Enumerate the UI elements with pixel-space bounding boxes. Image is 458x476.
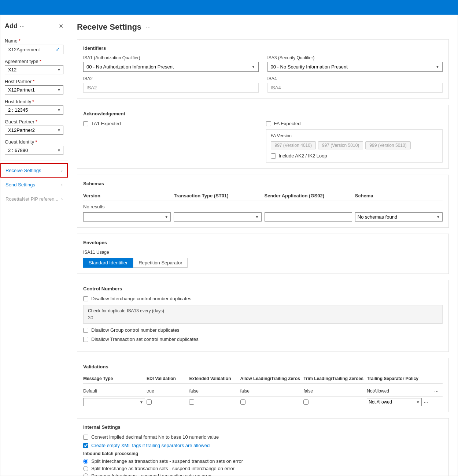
- val-input-row: ▼ Not Allowed ▼ ···: [83, 398, 443, 406]
- val-policy-cell: Not Allowed ▼ ···: [367, 398, 429, 406]
- val-trim-checkbox[interactable]: [303, 399, 309, 405]
- fa-checkbox[interactable]: [266, 121, 271, 126]
- ack-grid: TA1 Expected FA Expected FA Version 997 …: [83, 121, 443, 163]
- internal-cb1-label: Convert implied decimal format Nn to bas…: [91, 434, 219, 440]
- version-btn-2[interactable]: 997 (Version 5010): [318, 141, 363, 149]
- ta1-checkbox[interactable]: [83, 121, 88, 126]
- guest-partner-select[interactable]: X12Partner2: [5, 126, 63, 134]
- val-msgtype-dropdown[interactable]: ▼: [83, 398, 145, 406]
- internal-cb1[interactable]: [83, 435, 88, 440]
- standard-identifier-btn[interactable]: Standard Identifier: [83, 258, 133, 268]
- radio-2[interactable]: [83, 466, 88, 471]
- val-policy-select[interactable]: Not Allowed: [367, 398, 414, 406]
- sidebar-item-rosettanet[interactable]: RosettaNet PiP referen... ›: [0, 192, 68, 206]
- identifiers-title: Identifiers: [83, 45, 443, 51]
- version-buttons: 997 (Version 4010) 997 (Version 5010) 99…: [271, 141, 438, 149]
- isa3-group: ISA3 (Security Qualifier) 00 - No Securi…: [267, 55, 443, 72]
- top-bar: [0, 0, 458, 15]
- chevron-right-icon: ›: [61, 168, 63, 173]
- schema-transaction-select[interactable]: [174, 213, 253, 221]
- guest-identity-select[interactable]: 2 : 67890: [5, 146, 63, 155]
- internal-settings-title: Internal Settings: [83, 424, 443, 430]
- schema-version-dropdown[interactable]: ▼: [83, 212, 171, 222]
- val-ext-checkbox[interactable]: [189, 399, 194, 405]
- val-default-trailing: NotAllowed: [367, 388, 429, 394]
- val-col-trailing: Trailing Separator Policy: [367, 376, 429, 381]
- close-icon[interactable]: ✕: [59, 23, 63, 30]
- version-btn-1[interactable]: 997 (Version 4010): [271, 141, 316, 149]
- radio-1[interactable]: [83, 459, 88, 464]
- isa1-label: ISA1 (Authorization Qualifier): [83, 55, 259, 60]
- schema-transaction-dropdown[interactable]: ▼: [174, 212, 261, 222]
- sidebar-divider-1: [0, 160, 68, 160]
- schema-col-schema: Schema: [355, 193, 443, 198]
- name-label: Name *: [5, 38, 63, 44]
- guest-partner-select-wrapper: X12Partner2 ▼: [5, 126, 63, 135]
- sidebar-item-receive-settings[interactable]: Receive Settings ›: [0, 163, 68, 178]
- isa3-dropdown[interactable]: 00 - No Security Information Present ▼: [267, 62, 443, 72]
- isa3-select[interactable]: 00 - No Security Information Present: [268, 62, 433, 71]
- isa11-label: ISA11 Usage: [83, 250, 443, 255]
- schema-header: Version Transaction Type (ST01) Sender A…: [83, 191, 443, 201]
- chevron-down-icon-val: ▼: [138, 400, 145, 404]
- internal-settings-section: Internal Settings Convert implied decima…: [77, 418, 449, 476]
- include-ak2-label: Include AK2 / IK2 Loop: [279, 153, 327, 159]
- isa1-group: ISA1 (Authorization Qualifier) 00 - No A…: [83, 55, 259, 72]
- days-input-wrapper: Check for duplicate ISA13 every (days) 3…: [83, 305, 443, 324]
- host-identity-label: Host Identity *: [5, 99, 63, 104]
- isa1-dropdown[interactable]: 00 - No Authorization Information Presen…: [83, 62, 259, 72]
- main-header: Receive Settings ···: [77, 22, 449, 32]
- val-col-trim: Trim Leading/Trailing Zeroes: [303, 376, 365, 381]
- include-ak2-checkbox[interactable]: [271, 153, 276, 159]
- guest-identity-label: Guest Identity *: [5, 139, 63, 145]
- cn-checkbox-1[interactable]: [83, 296, 88, 301]
- chevron-down-icon-policy: ▼: [415, 400, 421, 404]
- chevron-down-icon-isa3: ▼: [433, 65, 442, 69]
- internal-cb2[interactable]: [83, 443, 88, 448]
- schema-col-transaction: Transaction Type (ST01): [174, 193, 261, 198]
- val-input-row-dots[interactable]: ···: [423, 398, 429, 406]
- repetition-separator-btn[interactable]: Repetition Separator: [133, 258, 188, 268]
- main-dots[interactable]: ···: [146, 24, 151, 30]
- send-settings-nav-label: Send Settings: [5, 182, 35, 187]
- host-partner-label: Host Partner *: [5, 79, 63, 84]
- sidebar-dots[interactable]: ···: [20, 23, 25, 30]
- host-identity-group: Host Identity * 2 : 12345 ▼: [0, 97, 68, 117]
- schema-schema-select[interactable]: No schemas found: [355, 213, 434, 221]
- schema-schema-dropdown[interactable]: No schemas found ▼: [355, 212, 443, 222]
- radio-row-1: Split Interchange as transaction sets - …: [83, 458, 443, 464]
- val-leading-checkbox[interactable]: [240, 399, 245, 405]
- val-edi-checkbox[interactable]: [147, 399, 152, 405]
- radio-3[interactable]: [83, 473, 88, 476]
- cn-row-2: Disallow Group control number duplicates: [83, 327, 443, 333]
- agreement-type-select-wrapper: X12 ▼: [5, 65, 63, 74]
- schema-col-sender: Sender Application (GS02): [265, 193, 352, 198]
- acknowledgement-title: Acknowledgement: [83, 111, 443, 116]
- name-input[interactable]: X12Agreement ✓: [5, 45, 63, 54]
- val-default-leading: false: [240, 388, 302, 394]
- val-col-ext: Extended Validation: [189, 376, 239, 381]
- isa2-input[interactable]: [83, 83, 259, 93]
- val-col-leading: Allow Leading/Trailing Zeros: [240, 376, 302, 381]
- host-identity-select[interactable]: 2 : 12345: [5, 106, 63, 114]
- cn-checkbox-3[interactable]: [83, 337, 88, 342]
- val-msgtype-select[interactable]: [84, 398, 138, 406]
- cn-checkbox-2[interactable]: [83, 328, 88, 333]
- radio-2-label: Split Interchange as transaction sets - …: [91, 466, 234, 471]
- agreement-type-select[interactable]: X12: [5, 66, 63, 74]
- host-partner-select[interactable]: X12Partner1: [5, 86, 63, 94]
- isa11-toggle-group: Standard Identifier Repetition Separator: [83, 258, 443, 268]
- ta1-label: TA1 Expected: [91, 121, 121, 126]
- sidebar: Add ··· ✕ Name * X12Agreement ✓ Agreemen…: [0, 15, 68, 476]
- schema-sender-input[interactable]: [265, 212, 352, 222]
- schema-version-select[interactable]: [84, 213, 162, 221]
- isa4-input[interactable]: [267, 83, 443, 93]
- val-static-row: Default true false false false NotAllowe…: [83, 386, 443, 397]
- sidebar-item-send-settings[interactable]: Send Settings ›: [0, 178, 68, 192]
- val-policy-dropdown[interactable]: Not Allowed ▼: [367, 398, 421, 406]
- version-btn-3[interactable]: 999 (Version 5010): [365, 141, 410, 149]
- guest-identity-group: Guest Identity * 2 : 67890 ▼: [0, 137, 68, 157]
- val-static-row-dots[interactable]: ···: [430, 387, 443, 395]
- page-title: Receive Settings: [77, 22, 141, 32]
- isa1-select[interactable]: 00 - No Authorization Information Presen…: [84, 62, 249, 71]
